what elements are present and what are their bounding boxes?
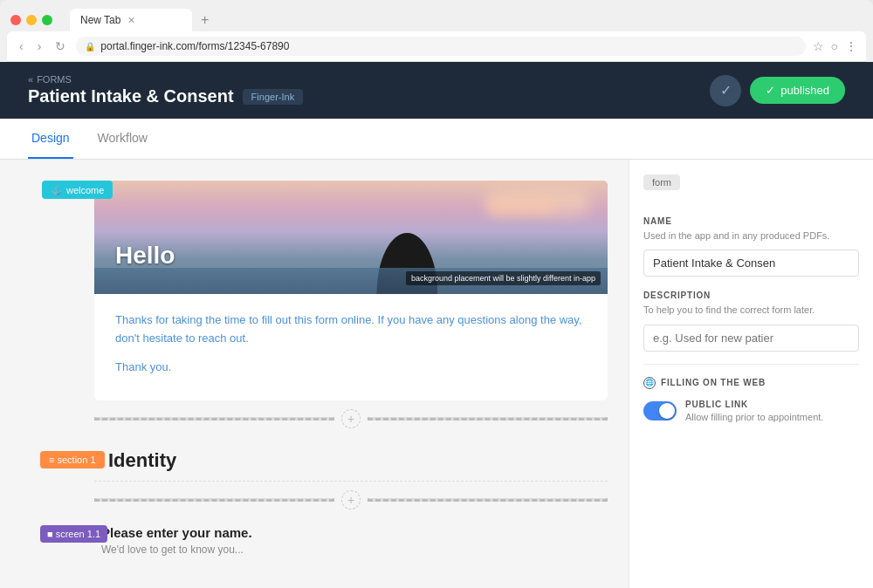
panel-divider xyxy=(643,364,859,365)
public-link-hint: Allow filling prior to appointment. xyxy=(685,411,823,424)
add-line2-left xyxy=(94,498,334,502)
hero-text: Hello xyxy=(115,242,175,270)
screen1-subtext: We'd love to get to know you... xyxy=(101,544,608,556)
fullscreen-button[interactable] xyxy=(42,15,52,25)
url-bar[interactable]: 🔒 portal.finger-ink.com/forms/12345-6789… xyxy=(76,37,805,56)
welcome-paragraph: Thanks for taking the time to fill out t… xyxy=(115,311,587,348)
header-right: ✓ ✓ published xyxy=(710,75,845,106)
welcome-label: welcome xyxy=(66,185,104,195)
new-tab-button[interactable]: + xyxy=(201,12,209,28)
lock-icon: 🔒 xyxy=(85,42,95,51)
published-check-icon: ✓ xyxy=(766,84,775,97)
add-line2-right xyxy=(368,498,608,502)
description-field-input[interactable] xyxy=(643,325,859,352)
published-button[interactable]: ✓ published xyxy=(750,77,845,104)
filling-section-heading: 🌐 FILLING ON THE WEB xyxy=(643,377,859,389)
section1-tag-label: ≡ section 1 xyxy=(49,455,96,465)
app-header: « FORMS Patient Intake & Consent Finger-… xyxy=(0,62,873,119)
hero-notice: background placement will be slightly di… xyxy=(406,271,601,285)
screen1-tag-label: ■ screen 1.1 xyxy=(47,529,100,539)
toolbar-actions: ☆ ○ ⋮ xyxy=(813,39,857,53)
screen1-container: ■ screen 1.1 Please enter your name. We'… xyxy=(94,518,608,563)
add-section-button[interactable]: + xyxy=(341,409,361,428)
tab-title: New Tab xyxy=(80,14,120,26)
public-link-row: PUBLIC LINK Allow filling prior to appoi… xyxy=(643,400,859,424)
add-after-section-row[interactable]: + xyxy=(94,482,608,518)
form-tab-badge: form xyxy=(643,174,680,190)
breadcrumb: « FORMS xyxy=(28,74,303,85)
tabs-bar: Design Workflow xyxy=(0,119,873,160)
browser-chrome: New Tab ✕ + ‹ › ↻ 🔒 portal.finger-ink.co… xyxy=(0,0,873,62)
welcome-tag[interactable]: ⚓ welcome xyxy=(42,181,113,199)
form-title: Patient Intake & Consent xyxy=(28,86,234,106)
section1-container: ≡ section 1 Identity xyxy=(94,437,608,482)
form-badge: Finger-Ink xyxy=(243,89,304,105)
add-line-left xyxy=(94,417,334,420)
back-button[interactable]: ‹ xyxy=(16,38,27,55)
browser-tab[interactable]: New Tab ✕ xyxy=(70,9,192,31)
name-field-input[interactable] xyxy=(643,250,859,277)
hero-image: Hello background placement will be sligh… xyxy=(94,181,608,294)
add-screen-button[interactable]: + xyxy=(341,490,361,509)
check-button[interactable]: ✓ xyxy=(710,75,741,106)
section1-tag[interactable]: ≡ section 1 xyxy=(40,451,105,468)
anchor-icon: ⚓ xyxy=(51,184,63,195)
browser-toolbar: ‹ › ↻ 🔒 portal.finger-ink.com/forms/1234… xyxy=(7,31,866,62)
tab-workflow[interactable]: Workflow xyxy=(94,119,151,159)
add-line-right xyxy=(368,417,608,420)
public-link-toggle[interactable] xyxy=(643,401,677,420)
url-text: portal.finger-ink.com/forms/12345-67890 xyxy=(100,40,289,52)
add-between-row[interactable]: + xyxy=(94,400,608,437)
app-window: « FORMS Patient Intake & Consent Finger-… xyxy=(0,62,873,588)
welcome-block: Hello background placement will be sligh… xyxy=(94,181,608,400)
description-field-hint: To help you to find the correct form lat… xyxy=(643,304,859,317)
tab-close-icon[interactable]: ✕ xyxy=(127,15,135,26)
section1-title-area: Identity xyxy=(94,437,608,481)
browser-titlebar: New Tab ✕ + xyxy=(0,0,873,31)
profile-icon[interactable]: ○ xyxy=(831,39,838,53)
form-canvas: ⚓ welcome Hello xyxy=(0,160,629,588)
public-link-label: PUBLIC LINK xyxy=(685,400,823,409)
globe-icon: 🌐 xyxy=(643,377,656,389)
welcome-closing: Thank you. xyxy=(115,359,587,377)
right-panel: form NAME Used in the app and in any pro… xyxy=(629,160,873,588)
breadcrumb-label[interactable]: FORMS xyxy=(37,74,72,85)
description-field-label: DESCRIPTION xyxy=(643,291,859,300)
check-icon: ✓ xyxy=(720,82,732,99)
forward-button[interactable]: › xyxy=(34,38,45,55)
name-field-label: NAME xyxy=(643,216,859,226)
header-title-group: « FORMS Patient Intake & Consent Finger-… xyxy=(28,74,303,106)
bookmark-icon[interactable]: ☆ xyxy=(813,39,824,53)
breadcrumb-arrow: « xyxy=(28,74,33,85)
tab-design[interactable]: Design xyxy=(28,119,73,159)
header-left: « FORMS Patient Intake & Consent Finger-… xyxy=(28,74,303,106)
screen1-question: Please enter your name. xyxy=(101,525,608,540)
screen1-content: Please enter your name. We'd love to get… xyxy=(94,518,608,563)
toggle-knob xyxy=(659,403,675,419)
main-content: ⚓ welcome Hello xyxy=(0,160,873,588)
screen1-tag[interactable]: ■ screen 1.1 xyxy=(40,525,107,543)
close-button[interactable] xyxy=(10,15,21,25)
minimize-button[interactable] xyxy=(26,15,37,25)
reload-button[interactable]: ↻ xyxy=(52,38,69,55)
filling-label: FILLING ON THE WEB xyxy=(661,378,766,387)
published-label: published xyxy=(780,84,829,97)
section1-title: Identity xyxy=(101,449,176,471)
welcome-body: Thanks for taking the time to fill out t… xyxy=(94,294,608,400)
public-link-text: PUBLIC LINK Allow filling prior to appoi… xyxy=(685,400,823,424)
menu-icon[interactable]: ⋮ xyxy=(845,39,857,53)
section1-divider xyxy=(94,481,608,482)
name-field-hint: Used in the app and in any produced PDFs… xyxy=(643,229,859,243)
